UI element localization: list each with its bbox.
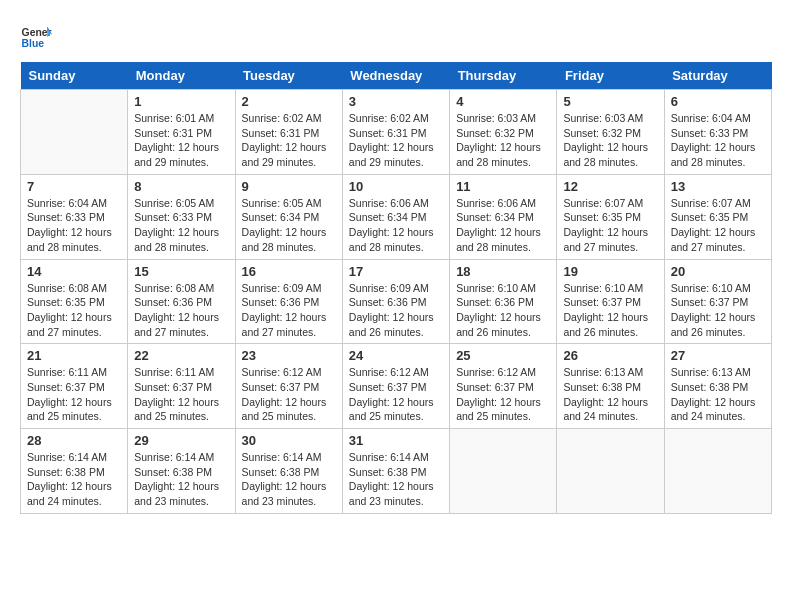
cell-info: Sunrise: 6:14 AM Sunset: 6:38 PM Dayligh… [27, 450, 121, 509]
cell-info: Sunrise: 6:07 AM Sunset: 6:35 PM Dayligh… [671, 196, 765, 255]
calendar-cell: 24Sunrise: 6:12 AM Sunset: 6:37 PM Dayli… [342, 344, 449, 429]
date-number: 5 [563, 94, 657, 109]
date-number: 16 [242, 264, 336, 279]
date-number: 7 [27, 179, 121, 194]
calendar-cell: 13Sunrise: 6:07 AM Sunset: 6:35 PM Dayli… [664, 174, 771, 259]
calendar-cell: 14Sunrise: 6:08 AM Sunset: 6:35 PM Dayli… [21, 259, 128, 344]
calendar-cell [450, 429, 557, 514]
cell-info: Sunrise: 6:12 AM Sunset: 6:37 PM Dayligh… [349, 365, 443, 424]
calendar-cell: 7Sunrise: 6:04 AM Sunset: 6:33 PM Daylig… [21, 174, 128, 259]
cell-info: Sunrise: 6:11 AM Sunset: 6:37 PM Dayligh… [134, 365, 228, 424]
cell-info: Sunrise: 6:14 AM Sunset: 6:38 PM Dayligh… [134, 450, 228, 509]
date-number: 12 [563, 179, 657, 194]
calendar-cell: 18Sunrise: 6:10 AM Sunset: 6:36 PM Dayli… [450, 259, 557, 344]
date-number: 27 [671, 348, 765, 363]
date-number: 25 [456, 348, 550, 363]
calendar-cell: 17Sunrise: 6:09 AM Sunset: 6:36 PM Dayli… [342, 259, 449, 344]
date-number: 18 [456, 264, 550, 279]
cell-info: Sunrise: 6:01 AM Sunset: 6:31 PM Dayligh… [134, 111, 228, 170]
cell-info: Sunrise: 6:02 AM Sunset: 6:31 PM Dayligh… [242, 111, 336, 170]
calendar-cell: 31Sunrise: 6:14 AM Sunset: 6:38 PM Dayli… [342, 429, 449, 514]
calendar-cell: 23Sunrise: 6:12 AM Sunset: 6:37 PM Dayli… [235, 344, 342, 429]
date-number: 23 [242, 348, 336, 363]
date-number: 21 [27, 348, 121, 363]
calendar-cell: 26Sunrise: 6:13 AM Sunset: 6:38 PM Dayli… [557, 344, 664, 429]
cell-info: Sunrise: 6:05 AM Sunset: 6:33 PM Dayligh… [134, 196, 228, 255]
cell-info: Sunrise: 6:09 AM Sunset: 6:36 PM Dayligh… [242, 281, 336, 340]
cell-info: Sunrise: 6:03 AM Sunset: 6:32 PM Dayligh… [563, 111, 657, 170]
calendar-cell: 5Sunrise: 6:03 AM Sunset: 6:32 PM Daylig… [557, 90, 664, 175]
date-number: 29 [134, 433, 228, 448]
date-number: 8 [134, 179, 228, 194]
calendar-cell [21, 90, 128, 175]
cell-info: Sunrise: 6:10 AM Sunset: 6:37 PM Dayligh… [563, 281, 657, 340]
calendar-cell: 29Sunrise: 6:14 AM Sunset: 6:38 PM Dayli… [128, 429, 235, 514]
logo: General Blue [20, 20, 52, 52]
date-number: 19 [563, 264, 657, 279]
day-header-friday: Friday [557, 62, 664, 90]
calendar-cell: 22Sunrise: 6:11 AM Sunset: 6:37 PM Dayli… [128, 344, 235, 429]
logo-icon: General Blue [20, 20, 52, 52]
calendar-cell: 25Sunrise: 6:12 AM Sunset: 6:37 PM Dayli… [450, 344, 557, 429]
date-number: 4 [456, 94, 550, 109]
date-number: 1 [134, 94, 228, 109]
cell-info: Sunrise: 6:06 AM Sunset: 6:34 PM Dayligh… [349, 196, 443, 255]
date-number: 9 [242, 179, 336, 194]
cell-info: Sunrise: 6:10 AM Sunset: 6:36 PM Dayligh… [456, 281, 550, 340]
date-number: 31 [349, 433, 443, 448]
cell-info: Sunrise: 6:14 AM Sunset: 6:38 PM Dayligh… [349, 450, 443, 509]
cell-info: Sunrise: 6:07 AM Sunset: 6:35 PM Dayligh… [563, 196, 657, 255]
date-number: 3 [349, 94, 443, 109]
date-number: 14 [27, 264, 121, 279]
date-number: 30 [242, 433, 336, 448]
calendar-cell: 9Sunrise: 6:05 AM Sunset: 6:34 PM Daylig… [235, 174, 342, 259]
calendar-table: SundayMondayTuesdayWednesdayThursdayFrid… [20, 62, 772, 514]
cell-info: Sunrise: 6:13 AM Sunset: 6:38 PM Dayligh… [671, 365, 765, 424]
calendar-cell: 28Sunrise: 6:14 AM Sunset: 6:38 PM Dayli… [21, 429, 128, 514]
cell-info: Sunrise: 6:12 AM Sunset: 6:37 PM Dayligh… [242, 365, 336, 424]
cell-info: Sunrise: 6:08 AM Sunset: 6:35 PM Dayligh… [27, 281, 121, 340]
calendar-cell: 12Sunrise: 6:07 AM Sunset: 6:35 PM Dayli… [557, 174, 664, 259]
cell-info: Sunrise: 6:09 AM Sunset: 6:36 PM Dayligh… [349, 281, 443, 340]
svg-text:Blue: Blue [22, 38, 45, 49]
calendar-cell: 11Sunrise: 6:06 AM Sunset: 6:34 PM Dayli… [450, 174, 557, 259]
calendar-cell [664, 429, 771, 514]
calendar-cell: 20Sunrise: 6:10 AM Sunset: 6:37 PM Dayli… [664, 259, 771, 344]
calendar-cell: 1Sunrise: 6:01 AM Sunset: 6:31 PM Daylig… [128, 90, 235, 175]
cell-info: Sunrise: 6:04 AM Sunset: 6:33 PM Dayligh… [27, 196, 121, 255]
cell-info: Sunrise: 6:14 AM Sunset: 6:38 PM Dayligh… [242, 450, 336, 509]
day-header-monday: Monday [128, 62, 235, 90]
date-number: 13 [671, 179, 765, 194]
calendar-cell: 16Sunrise: 6:09 AM Sunset: 6:36 PM Dayli… [235, 259, 342, 344]
calendar-cell: 8Sunrise: 6:05 AM Sunset: 6:33 PM Daylig… [128, 174, 235, 259]
day-header-tuesday: Tuesday [235, 62, 342, 90]
date-number: 17 [349, 264, 443, 279]
cell-info: Sunrise: 6:03 AM Sunset: 6:32 PM Dayligh… [456, 111, 550, 170]
date-number: 22 [134, 348, 228, 363]
calendar-cell: 2Sunrise: 6:02 AM Sunset: 6:31 PM Daylig… [235, 90, 342, 175]
calendar-cell: 6Sunrise: 6:04 AM Sunset: 6:33 PM Daylig… [664, 90, 771, 175]
calendar-cell: 3Sunrise: 6:02 AM Sunset: 6:31 PM Daylig… [342, 90, 449, 175]
cell-info: Sunrise: 6:10 AM Sunset: 6:37 PM Dayligh… [671, 281, 765, 340]
calendar-cell: 15Sunrise: 6:08 AM Sunset: 6:36 PM Dayli… [128, 259, 235, 344]
date-number: 2 [242, 94, 336, 109]
cell-info: Sunrise: 6:08 AM Sunset: 6:36 PM Dayligh… [134, 281, 228, 340]
day-header-saturday: Saturday [664, 62, 771, 90]
cell-info: Sunrise: 6:05 AM Sunset: 6:34 PM Dayligh… [242, 196, 336, 255]
date-number: 11 [456, 179, 550, 194]
day-header-wednesday: Wednesday [342, 62, 449, 90]
cell-info: Sunrise: 6:06 AM Sunset: 6:34 PM Dayligh… [456, 196, 550, 255]
date-number: 20 [671, 264, 765, 279]
page-header: General Blue [20, 20, 772, 52]
cell-info: Sunrise: 6:04 AM Sunset: 6:33 PM Dayligh… [671, 111, 765, 170]
cell-info: Sunrise: 6:13 AM Sunset: 6:38 PM Dayligh… [563, 365, 657, 424]
date-number: 10 [349, 179, 443, 194]
day-header-sunday: Sunday [21, 62, 128, 90]
calendar-cell: 27Sunrise: 6:13 AM Sunset: 6:38 PM Dayli… [664, 344, 771, 429]
calendar-cell: 19Sunrise: 6:10 AM Sunset: 6:37 PM Dayli… [557, 259, 664, 344]
cell-info: Sunrise: 6:11 AM Sunset: 6:37 PM Dayligh… [27, 365, 121, 424]
cell-info: Sunrise: 6:02 AM Sunset: 6:31 PM Dayligh… [349, 111, 443, 170]
calendar-cell: 10Sunrise: 6:06 AM Sunset: 6:34 PM Dayli… [342, 174, 449, 259]
date-number: 26 [563, 348, 657, 363]
date-number: 24 [349, 348, 443, 363]
